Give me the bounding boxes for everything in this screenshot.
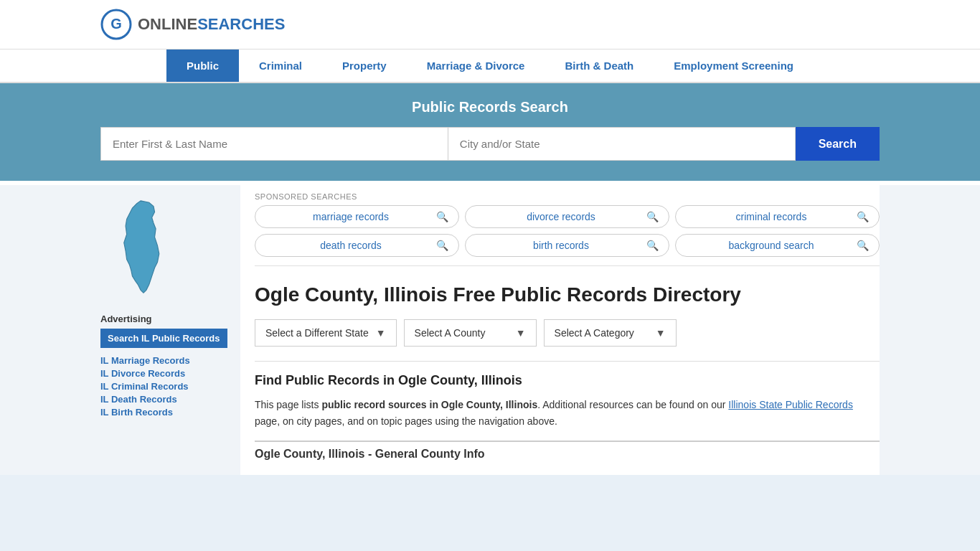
sidebar-advertising-label: Advertising — [100, 314, 232, 324]
state-map — [100, 198, 232, 301]
search-icon-3: 🔍 — [857, 211, 869, 222]
sponsored-death[interactable]: death records 🔍 — [255, 234, 459, 257]
sponsored-marriage[interactable]: marriage records 🔍 — [255, 205, 459, 228]
nav-birth-death[interactable]: Birth & Death — [545, 50, 654, 82]
search-icon-4: 🔍 — [436, 240, 448, 251]
nav-property[interactable]: Property — [322, 50, 407, 82]
sponsored-background-text: background search — [686, 240, 857, 251]
logo-online-text: ONLINE — [138, 15, 197, 33]
state-dropdown-label: Select a Different State — [265, 327, 369, 339]
sponsored-marriage-text: marriage records — [265, 211, 436, 222]
sponsored-death-text: death records — [265, 240, 436, 251]
location-input[interactable] — [448, 127, 796, 161]
logo-icon: G — [100, 9, 132, 40]
search-icon-6: 🔍 — [857, 240, 869, 251]
sidebar-link-divorce[interactable]: IL Divorce Records — [100, 368, 232, 379]
sidebar-link-criminal[interactable]: IL Criminal Records — [100, 381, 232, 392]
name-input[interactable] — [100, 127, 448, 161]
sponsored-background[interactable]: background search 🔍 — [675, 234, 880, 257]
sidebar-search-button[interactable]: Search IL Public Records — [100, 329, 227, 348]
sidebar: Advertising Search IL Public Records IL … — [100, 185, 240, 475]
sponsored-birth[interactable]: birth records 🔍 — [465, 234, 669, 257]
content-area: SPONSORED SEARCHES marriage records 🔍 di… — [240, 185, 880, 475]
category-dropdown[interactable]: Select A Category ▼ — [544, 319, 677, 347]
sponsored-label: SPONSORED SEARCHES — [255, 192, 880, 201]
sponsored-grid: marriage records 🔍 divorce records 🔍 cri… — [255, 205, 880, 265]
logo-area[interactable]: G ONLINESEARCHES — [100, 9, 285, 40]
page-title: Ogle County, Illinois Free Public Record… — [255, 282, 741, 308]
county-dropdown[interactable]: Select A County ▼ — [404, 319, 537, 347]
svg-text:G: G — [110, 16, 122, 32]
find-text-1: This page lists — [255, 399, 321, 410]
find-bold-text: public record sources in Ogle County, Il… — [321, 399, 537, 410]
county-info-title: Ogle County, Illinois - General County I… — [255, 441, 880, 461]
search-icon-5: 🔍 — [646, 240, 659, 251]
county-dropdown-arrow: ▼ — [516, 327, 526, 339]
sponsored-criminal-text: criminal records — [686, 211, 857, 222]
state-dropdown[interactable]: Select a Different State ▼ — [255, 319, 397, 347]
search-banner-title: Public Records Search — [100, 99, 880, 116]
find-records-title: Find Public Records in Ogle County, Illi… — [255, 361, 880, 388]
nav-public[interactable]: Public — [166, 50, 239, 82]
find-text-3: page, on city pages, and on topic pages … — [255, 415, 557, 427]
logo-text: ONLINESEARCHES — [138, 15, 285, 34]
sponsored-criminal[interactable]: criminal records 🔍 — [675, 205, 880, 228]
sidebar-link-marriage[interactable]: IL Marriage Records — [100, 355, 232, 366]
main-nav: Public Criminal Property Marriage & Divo… — [0, 50, 980, 83]
sidebar-link-birth[interactable]: IL Birth Records — [100, 407, 232, 418]
sponsored-birth-text: birth records — [476, 240, 646, 251]
category-dropdown-arrow: ▼ — [656, 327, 666, 339]
category-dropdown-label: Select A Category — [555, 327, 634, 339]
page-title-area: Ogle County, Illinois Free Public Record… — [255, 266, 880, 319]
sponsored-section: SPONSORED SEARCHES marriage records 🔍 di… — [255, 185, 880, 266]
search-form: Search — [100, 127, 880, 161]
search-button[interactable]: Search — [796, 127, 880, 161]
find-records-text: This page lists public record sources in… — [255, 397, 880, 429]
dropdowns-area: Select a Different State ▼ Select A Coun… — [255, 319, 880, 347]
nav-employment[interactable]: Employment Screening — [654, 50, 814, 82]
state-dropdown-arrow: ▼ — [376, 327, 386, 339]
header: G ONLINESEARCHES — [0, 0, 980, 50]
search-icon-2: 🔍 — [646, 211, 659, 222]
sponsored-divorce-text: divorce records — [476, 211, 646, 222]
find-link[interactable]: Illinois State Public Records — [728, 399, 853, 410]
nav-marriage-divorce[interactable]: Marriage & Divorce — [407, 50, 545, 82]
search-icon-1: 🔍 — [436, 211, 448, 222]
county-dropdown-label: Select A County — [415, 327, 486, 339]
sponsored-divorce[interactable]: divorce records 🔍 — [465, 205, 669, 228]
search-banner: Public Records Search Search — [0, 83, 980, 181]
logo-searches-text: SEARCHES — [197, 15, 285, 33]
main-layout: Advertising Search IL Public Records IL … — [0, 185, 980, 475]
nav-criminal[interactable]: Criminal — [239, 50, 322, 82]
find-text-2: . Additional resources can be found on o… — [537, 399, 728, 410]
sidebar-link-death[interactable]: IL Death Records — [100, 394, 232, 405]
